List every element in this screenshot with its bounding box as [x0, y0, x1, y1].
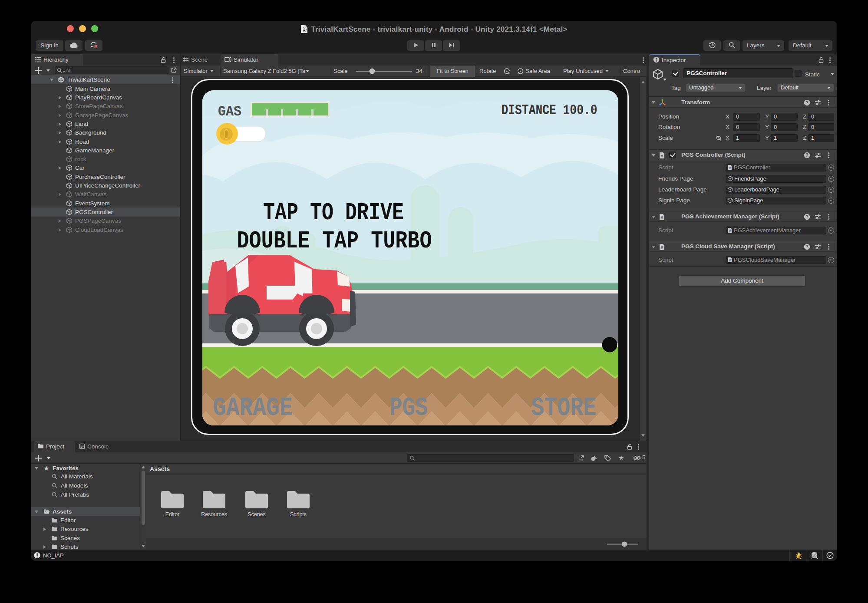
- svg-text:DOUBLE TAP TURBO: DOUBLE TAP TURBO: [237, 227, 432, 255]
- svg-text:?: ?: [805, 244, 808, 249]
- svg-text:GARAGE: GARAGE: [213, 392, 293, 423]
- svg-text:STORE: STORE: [531, 392, 597, 423]
- svg-text:DISTANCE 100.0: DISTANCE 100.0: [502, 102, 597, 119]
- svg-text:PGS: PGS: [390, 392, 428, 423]
- svg-text:?: ?: [805, 153, 808, 158]
- svg-text:TAP TO DRIVE: TAP TO DRIVE: [263, 199, 404, 227]
- svg-text:?: ?: [805, 214, 808, 219]
- svg-text:?: ?: [805, 100, 808, 105]
- svg-text:GAS: GAS: [218, 103, 241, 120]
